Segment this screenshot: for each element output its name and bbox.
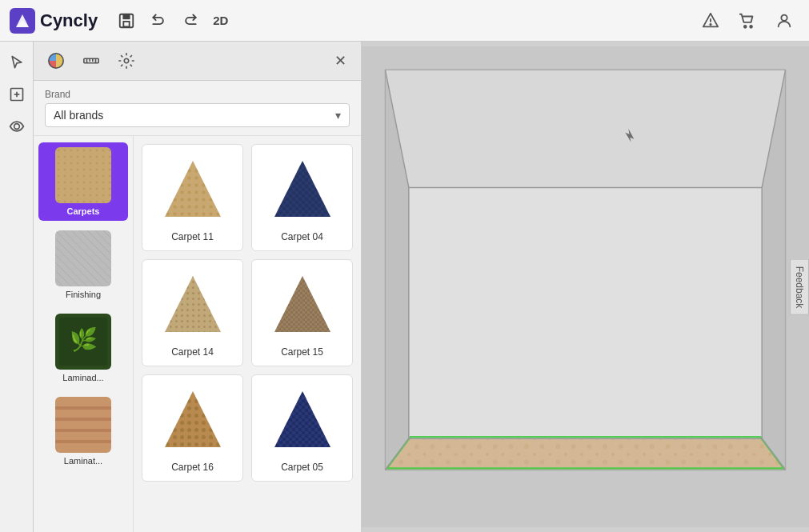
product-carpet05[interactable]: Carpet 05 <box>251 374 353 482</box>
svg-rect-32 <box>55 406 111 410</box>
svg-rect-23 <box>55 147 111 203</box>
logo: Cyncly <box>10 8 98 34</box>
laminad-label: Laminad... <box>62 373 103 382</box>
viewport[interactable]: Feedback <box>362 42 809 532</box>
brand-label: Brand <box>45 89 350 100</box>
brand-dropdown-arrow-icon: ▾ <box>335 109 341 122</box>
carpet11-label: Carpet 11 <box>171 231 214 242</box>
carpet05-thumb <box>266 383 338 455</box>
svg-marker-46 <box>165 276 221 332</box>
svg-rect-5 <box>123 21 129 26</box>
products-grid: Carpet 11 <box>134 136 361 532</box>
product-carpet14[interactable]: Carpet 14 <box>142 259 243 366</box>
product-carpet11[interactable]: Carpet 11 <box>142 144 243 251</box>
svg-point-14 <box>14 124 19 130</box>
product-carpet15[interactable]: Carpet 15 <box>251 259 353 366</box>
product-carpet04[interactable]: Carpet 04 <box>251 144 353 251</box>
svg-point-9 <box>750 25 752 27</box>
carpet15-label: Carpet 15 <box>281 346 323 358</box>
select-tool-button[interactable] <box>2 48 31 77</box>
panel-tab-materials[interactable] <box>43 48 69 74</box>
panel-tab-measure[interactable] <box>78 48 104 74</box>
main-area: ✕ Brand All brands ▾ <box>0 42 809 532</box>
add-room-button[interactable] <box>2 80 31 109</box>
view-2d-button[interactable]: 2D <box>206 10 234 30</box>
logo-text: Cyncly <box>40 10 98 31</box>
svg-rect-33 <box>55 418 111 421</box>
svg-marker-43 <box>274 161 330 217</box>
category-finishing[interactable]: Finishing <box>38 226 128 304</box>
svg-rect-34 <box>55 429 111 432</box>
brand-dropdown-value: All brands <box>54 109 103 122</box>
panel-content: Carpets <box>34 136 361 532</box>
category-sidebar: Carpets <box>34 136 134 532</box>
svg-point-8 <box>744 25 747 27</box>
finishing-label: Finishing <box>66 290 101 299</box>
left-sidebar <box>0 42 34 532</box>
svg-point-21 <box>124 58 129 63</box>
panel-header: ✕ <box>34 42 361 81</box>
svg-marker-64 <box>409 187 762 438</box>
3d-room <box>362 42 809 532</box>
toolbar-right <box>695 6 799 36</box>
user-button[interactable] <box>769 6 799 36</box>
carpet16-thumb <box>157 383 229 455</box>
panel-tab-settings[interactable] <box>114 48 139 74</box>
view-tool-button[interactable] <box>2 112 31 141</box>
svg-marker-39 <box>165 161 221 217</box>
laminad-thumb: 🌿 <box>55 314 111 370</box>
svg-rect-4 <box>123 14 130 18</box>
cart-button[interactable] <box>732 6 763 36</box>
svg-rect-16 <box>84 58 98 63</box>
undo-button[interactable] <box>144 6 173 35</box>
redo-button[interactable] <box>176 6 205 35</box>
svg-rect-31 <box>55 397 111 453</box>
svg-point-7 <box>710 23 711 24</box>
toolbar: Cyncly 2D <box>0 0 809 42</box>
category-laminat[interactable]: Laminat... <box>38 392 128 470</box>
product-carpet16[interactable]: Carpet 16 <box>142 374 243 482</box>
feedback-tab[interactable]: Feedback <box>790 258 809 315</box>
finishing-thumb <box>55 230 111 286</box>
laminat-label: Laminat... <box>64 456 102 466</box>
svg-text:🌿: 🌿 <box>70 326 98 353</box>
carpets-label: Carpets <box>67 206 100 216</box>
save-button[interactable] <box>112 6 141 35</box>
svg-rect-35 <box>55 440 111 443</box>
carpet11-thumb <box>157 153 229 225</box>
svg-marker-60 <box>385 70 785 187</box>
panel-close-button[interactable]: ✕ <box>329 50 351 72</box>
brand-dropdown[interactable]: All brands ▾ <box>45 103 350 127</box>
alert-button[interactable] <box>695 6 726 36</box>
logo-icon <box>10 8 35 34</box>
brand-section: Brand All brands ▾ <box>34 81 361 136</box>
carpet15-thumb <box>266 268 338 340</box>
category-carpets[interactable]: Carpets <box>38 142 128 221</box>
svg-rect-26 <box>55 230 111 286</box>
svg-marker-66 <box>385 438 785 470</box>
svg-marker-58 <box>274 391 330 447</box>
carpet14-label: Carpet 14 <box>171 346 214 358</box>
svg-marker-50 <box>274 276 330 332</box>
panel: ✕ Brand All brands ▾ <box>34 42 362 532</box>
carpet14-thumb <box>157 268 229 340</box>
carpet16-label: Carpet 16 <box>171 462 214 473</box>
category-laminad[interactable]: 🌿 Laminad... <box>38 309 128 387</box>
carpet05-label: Carpet 05 <box>281 462 323 473</box>
svg-marker-54 <box>165 391 221 447</box>
carpets-thumb <box>55 147 111 203</box>
svg-point-10 <box>781 14 787 20</box>
laminat-thumb <box>55 397 111 453</box>
carpet04-label: Carpet 04 <box>281 231 323 242</box>
carpet04-thumb <box>266 153 338 225</box>
